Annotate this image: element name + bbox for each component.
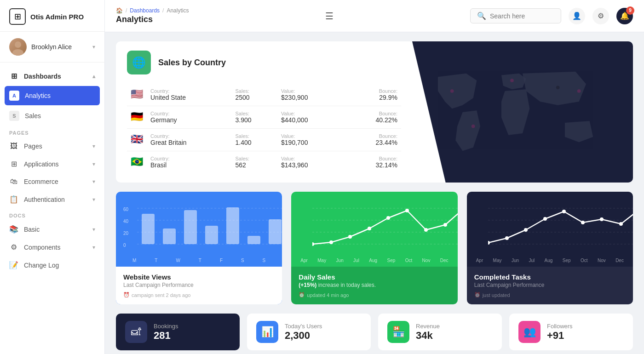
notifications-button[interactable]: 🔔 9	[616, 8, 633, 24]
sales-country-table: 🌐 Sales by Country 🇺🇸 Country: United St…	[116, 41, 412, 183]
chevron-down-icon: ▾	[92, 178, 95, 185]
sidebar-item-sales[interactable]: S Sales	[0, 106, 104, 126]
breadcrumb-sep2: /	[162, 7, 164, 14]
avatar	[9, 38, 27, 56]
chevron-down-icon: ▾	[92, 44, 95, 50]
svg-point-6	[577, 89, 581, 93]
chevron-down-icon: ▾	[92, 226, 95, 233]
svg-point-27	[405, 209, 409, 212]
hamburger-icon[interactable]: ☰	[325, 11, 334, 22]
bar-chart-svg	[137, 204, 282, 254]
search-box[interactable]: 🔍	[470, 8, 561, 23]
charts-row: 6040200	[116, 192, 633, 304]
line-chart-wrapper-green	[299, 199, 450, 256]
user-profile-button[interactable]: 👤	[569, 8, 585, 24]
completed-tasks-info: Completed Tasks Last Campaign Performanc…	[467, 267, 633, 304]
sidebar-item-label: Analytics	[25, 92, 95, 99]
daily-sales-card: 6004002000	[291, 192, 457, 304]
completed-tasks-title: Completed Tasks	[474, 273, 626, 281]
chevron-down-icon: ▾	[92, 196, 95, 203]
website-views-subtitle: Last Campaign Performance	[123, 282, 275, 288]
chevron-down-icon: ▾	[92, 143, 95, 149]
sidebar-item-components[interactable]: ⚙ Components ▾	[0, 238, 104, 256]
card-header: 🌐 Sales by Country	[127, 51, 401, 74]
world-map-section	[412, 41, 633, 183]
sales-badge: S	[9, 111, 19, 121]
svg-point-3	[472, 124, 475, 128]
svg-rect-12	[163, 228, 176, 244]
flag-icon: 🇧🇷	[131, 156, 143, 167]
sidebar-item-changelog[interactable]: 📝 Change Log	[0, 256, 104, 274]
website-views-chart-area: 6040200	[116, 192, 282, 267]
world-map	[412, 41, 633, 183]
settings-button[interactable]: ⚙	[592, 8, 609, 24]
completed-tasks-subtitle: Last Campaign Performance	[474, 282, 626, 288]
website-views-info: Website Views Last Campaign Performance …	[116, 267, 282, 304]
sidebar-item-dashboards[interactable]: ⊞ Dashboards ▴	[0, 67, 104, 85]
svg-point-29	[443, 223, 447, 227]
components-icon: ⚙	[9, 243, 18, 251]
auth-icon: 📋	[9, 195, 18, 204]
daily-sales-title: Daily Sales	[299, 273, 450, 281]
home-icon: 🏠	[116, 7, 123, 14]
header-right: 🔍 👤 ⚙ 🔔 9	[470, 8, 633, 24]
sidebar-logo-text: Otis Admin PRO	[30, 13, 84, 21]
breadcrumb-dashboards[interactable]: Dashboards	[130, 7, 160, 14]
flag-icon: 🇩🇪	[131, 111, 143, 122]
docs-section-label: DOCS	[0, 208, 104, 220]
table-row: 🇬🇧 Country: Great Britain Sales: 1.400 V…	[127, 129, 401, 151]
clock-icon: ⏰	[299, 292, 305, 298]
logo-icon: ⊞	[9, 8, 26, 25]
gear-icon: ⚙	[598, 11, 604, 20]
svg-point-2	[450, 89, 454, 93]
search-icon: 🔍	[477, 11, 486, 20]
sidebar-item-label: Authentication	[24, 196, 87, 203]
sidebar-item-label: Applications	[24, 160, 87, 168]
sidebar-item-pages[interactable]: 🖼 Pages ▾	[0, 137, 104, 155]
svg-rect-11	[142, 214, 155, 244]
completed-tasks-card: 6004002000	[467, 192, 633, 304]
sidebar-item-authentication[interactable]: 📋 Authentication ▾	[0, 190, 104, 208]
chevron-down-icon: ▾	[92, 244, 95, 251]
basic-icon: 📚	[9, 225, 18, 234]
website-views-title: Website Views	[123, 273, 275, 281]
search-input[interactable]	[490, 12, 554, 20]
breadcrumb: 🏠 / Dashboards / Analytics	[116, 7, 189, 14]
website-views-card: 6040200	[116, 192, 282, 304]
stat-label: Bookings	[154, 323, 178, 330]
flag-icon: 🇺🇸	[131, 88, 143, 100]
chevron-down-icon: ▾	[92, 161, 95, 167]
sales-by-country-card: 🌐 Sales by Country 🇺🇸 Country: United St…	[116, 41, 633, 183]
card-title: Sales by Country	[158, 58, 226, 68]
sidebar-item-analytics[interactable]: A Analytics	[5, 86, 100, 105]
bar-chart-x-labels: MTWTFSS	[123, 256, 275, 267]
stat-icon: 🛋	[125, 321, 147, 343]
clock-icon: ⏰	[123, 292, 130, 298]
stat-label: Followers	[547, 323, 573, 330]
table-row: 🇺🇸 Country: United State Sales: 2500 Val…	[127, 84, 401, 106]
pages-section-label: PAGES	[0, 126, 104, 137]
completed-tasks-footer: ⏰ just updated	[474, 292, 626, 298]
svg-rect-16	[247, 236, 260, 244]
sidebar-item-label: Ecommerce	[24, 178, 87, 185]
svg-point-23	[329, 240, 333, 244]
sidebar-item-ecommerce[interactable]: 🛍 Ecommerce ▾	[0, 173, 104, 190]
header: 🏠 / Dashboards / Analytics Analytics ☰ 🔍…	[105, 0, 644, 32]
stat-icon: 🏪	[387, 321, 409, 343]
svg-rect-15	[226, 207, 239, 244]
svg-point-42	[619, 222, 623, 226]
stat-label: Today's Users	[285, 323, 322, 330]
svg-rect-13	[184, 210, 197, 244]
grid-icon: ⊞	[9, 72, 18, 80]
globe-icon-box: 🌐	[127, 51, 151, 74]
daily-sales-footer: ⏰ updated 4 min ago	[299, 292, 450, 298]
stat-value: 2,300	[285, 330, 322, 342]
sidebar-item-basic[interactable]: 📚 Basic ▾	[0, 220, 104, 238]
sidebar-user[interactable]: Brooklyn Alice ▾	[0, 32, 104, 63]
sidebar-item-applications[interactable]: ⊞ Applications ▾	[0, 155, 104, 173]
svg-point-38	[543, 217, 547, 221]
stat-value: +91	[547, 330, 573, 342]
stat-value: 34k	[416, 330, 440, 342]
svg-point-28	[424, 228, 428, 232]
table-row: 🇩🇪 Country: Germany Sales: 3.900 Value: …	[127, 106, 401, 129]
